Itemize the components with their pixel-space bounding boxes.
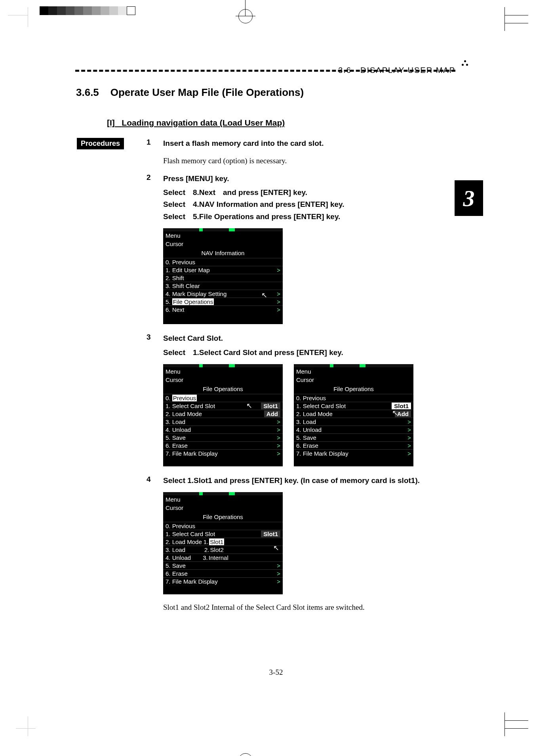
menu-item[interactable]: 1. Select Card SlotSlot1 [163, 530, 283, 538]
menu-item[interactable]: 4. Unload> [294, 426, 413, 433]
chevron-right-icon: > [277, 306, 280, 313]
screenshot-slot-dropdown: Menu Cursor File Operations 0. Previous … [163, 492, 283, 594]
menu-item[interactable]: 6. Next> [163, 305, 283, 313]
chevron-right-icon: > [277, 442, 280, 449]
menu-item[interactable]: 2. Shift [163, 274, 283, 282]
value-badge: Slot1 [392, 403, 411, 409]
screenshot-nav-information: Menu Cursor NAV Information 0. Previous … [163, 228, 283, 324]
menu-item[interactable]: 3. Load2.Slot2 [163, 546, 283, 554]
menu-label: Menu [163, 231, 283, 240]
menu-item[interactable]: 3. Load> [294, 418, 413, 426]
menu-item[interactable]: 3. Shift Clear [163, 282, 283, 290]
chevron-right-icon: > [277, 570, 280, 577]
menu-item[interactable]: 2. Load ModeAdd [294, 410, 413, 418]
swatch [118, 6, 127, 15]
sub-label: [I] [107, 118, 115, 127]
swatch [92, 6, 101, 15]
step-number: 4 [147, 475, 163, 484]
step-number: 2 [147, 173, 163, 182]
menu-item-selected[interactable]: 5. 5. File OperationsFile Operations> [163, 298, 283, 305]
swatch [127, 6, 135, 15]
swatch [83, 6, 92, 15]
step-title: Insert a flash memory card into the card… [163, 138, 324, 149]
grayscale-swatches [40, 6, 135, 15]
dots-icon [462, 60, 468, 66]
menu-item[interactable]: 6. Erase> [163, 441, 283, 449]
chevron-right-icon: > [277, 578, 280, 585]
menu-label: Menu [163, 495, 283, 504]
chevron-right-icon: > [277, 298, 280, 305]
menu-item[interactable]: 4. Mark Display Setting> [163, 290, 283, 298]
step-title: Select 1.Slot1 and press [ENTER] key. (I… [163, 475, 420, 487]
menu-item[interactable]: 7. File Mark Display> [163, 449, 283, 457]
procedures-badge: Procedures [77, 138, 124, 149]
swatch [109, 6, 118, 15]
menu-item[interactable]: 1. Edit User Map> [163, 266, 283, 274]
menu-item[interactable]: 5. Save> [163, 561, 283, 569]
switch-note: Slot1 and Slot2 Internal of the Select C… [163, 603, 440, 612]
step-number: 1 [147, 138, 163, 147]
menu-item[interactable]: 0. Previous [163, 258, 283, 266]
step-line: Select 1.Select Card Slot and press [ENT… [163, 347, 440, 359]
chevron-right-icon: > [407, 426, 411, 433]
step-note: Flash memory card (option) is necessary. [163, 157, 440, 165]
panel-title: NAV Information [163, 250, 283, 256]
menu-item[interactable]: 2. Load ModeAdd [163, 410, 283, 418]
chevron-right-icon: > [277, 267, 280, 273]
step-3: 3 Select Card Slot. Select 1.Select Card… [147, 333, 440, 466]
screenshot-file-ops-previous: Menu Cursor File Operations 0. Previous … [163, 364, 283, 466]
section-title: 3.6.5 Operate User Map File (File Operat… [76, 86, 304, 99]
menu-item[interactable]: 3. Load> [163, 418, 283, 426]
page: 3.6 DISAPLAY USER MAP 3.6.5 Operate User… [0, 0, 552, 756]
chevron-right-icon: > [277, 290, 280, 297]
dropdown-option[interactable]: Slot2 [210, 546, 224, 553]
swatch [74, 6, 83, 15]
cursor-label: Cursor [163, 504, 283, 512]
menu-item[interactable]: 5. Save> [294, 433, 413, 441]
menu-item-selected[interactable]: 0. Previous [163, 394, 283, 402]
menu-item[interactable]: 0. Previous [163, 522, 283, 530]
step-number: 3 [147, 333, 163, 342]
menu-item[interactable]: 4. Unload3.Internal [163, 554, 283, 561]
menu-item-selected[interactable]: 1. Select Card SlotSlot1 [294, 402, 413, 410]
menu-item[interactable]: 7. File Mark Display> [294, 449, 413, 457]
swatch [40, 6, 48, 15]
step-title: Press [MENU] key. [163, 173, 229, 185]
menu-item[interactable]: 6. Erase> [163, 569, 283, 577]
value-badge: Add [264, 410, 280, 417]
menu-item[interactable]: 7. File Mark Display> [163, 577, 283, 585]
screenshot-file-ops-slot: Menu Cursor File Operations 0. Previous … [294, 364, 413, 466]
sub-title-text: Loading navigation data (Load User Map) [122, 118, 285, 127]
menu-item[interactable]: 2. Load Mode1.Slot1 [163, 538, 283, 546]
page-number: 3-52 [0, 668, 552, 677]
chevron-right-icon: > [277, 562, 280, 569]
section-title-text: Operate User Map File (File Operations) [110, 86, 304, 98]
step-1: 1 Insert a flash memory card into the ca… [147, 138, 440, 165]
content-column: 1 Insert a flash memory card into the ca… [147, 138, 440, 620]
chevron-right-icon: > [277, 450, 280, 457]
chevron-right-icon: > [277, 418, 280, 425]
chevron-right-icon: > [407, 418, 411, 425]
menu-item[interactable]: 1. Select Card SlotSlot1 [163, 402, 283, 410]
dropdown-option-selected[interactable]: Slot1 [209, 538, 224, 545]
menu-item[interactable]: 0. Previous [294, 394, 413, 402]
value-badge: Add [395, 410, 411, 417]
chevron-right-icon: > [407, 434, 411, 441]
menu-item[interactable]: 4. Unload> [163, 426, 283, 433]
cursor-label: Cursor [163, 240, 283, 248]
corner-mark [16, 15, 36, 35]
swatch [57, 6, 66, 15]
section-number: 3.6.5 [76, 86, 99, 98]
menu-label: Menu [294, 367, 413, 376]
dropdown-option[interactable]: Internal [209, 554, 228, 561]
menu-item[interactable]: 5. Save> [163, 433, 283, 441]
step-line: Select 8.Next and press [ENTER] key. [163, 187, 440, 199]
chevron-right-icon: > [407, 442, 411, 449]
chapter-tab: 3 [455, 180, 483, 216]
step-line: Select 5.File Operations and press [ENTE… [163, 211, 440, 223]
swatch [101, 6, 109, 15]
menu-item[interactable]: 6. Erase> [294, 441, 413, 449]
step-line: Select 4.NAV Information and press [ENTE… [163, 199, 440, 210]
dashed-divider [75, 70, 455, 72]
chevron-right-icon: > [407, 450, 411, 457]
